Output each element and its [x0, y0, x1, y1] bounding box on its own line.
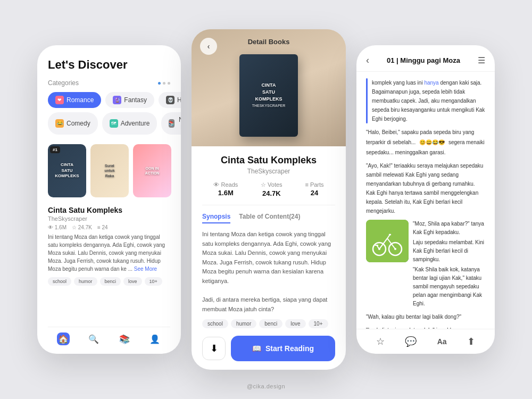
phone-detail: ‹ Detail Books CINTASATUKOMPLEKSTHESKYSC… [192, 29, 346, 370]
tag-love: love [123, 277, 142, 286]
category-row-2: 😂 Comedy 🗺 Adventure 📚 Non-Fi... [48, 112, 170, 135]
paragraph-1: komplek yang luas ini hanya dengan kaki … [372, 78, 485, 123]
stat-parts: ≡ Parts 24 [305, 181, 323, 197]
category-fantasy[interactable]: 🔮 Fantasy [105, 92, 154, 108]
comment-icon[interactable]: 💬 [405, 336, 417, 347]
tab-toc[interactable]: Table of Content(24) [239, 213, 300, 223]
nav-profile[interactable]: 👤 [148, 332, 161, 345]
reading-content: komplek yang luas ini hanya dengan kaki … [356, 72, 495, 329]
detail-stats: 👁 Reads 1.6M ☆ Votes 24.7K ≡ Parts 24 [202, 181, 335, 205]
reads-icon: 👁 Reads [213, 181, 238, 188]
book-synopsis: Ini tentang Moza dan ketiga cowok yang t… [202, 230, 335, 314]
fantasy-icon: 🔮 [113, 96, 121, 104]
book-author: TheSkyscraper [48, 215, 170, 222]
bottom-nav: 🏠 🔍 📚 👤 [48, 327, 170, 345]
book-hero: ‹ Detail Books CINTASATUKOMPLEKSTHESKYSC… [192, 29, 346, 146]
phone-reading: ‹ 01 | Minggu pagi Moza ☰ komplek yang l… [356, 45, 495, 354]
stat-reads: 👁 Reads 1.6M [213, 181, 238, 197]
dialogue-4: "Wah, kalau gitu bentar lagi balik dong?… [366, 312, 485, 321]
book-tags: school humor benci love 10+ [48, 277, 170, 286]
dialogue-1: "Moz, Shila apa kabar?" tanya Kak Eghi k… [413, 220, 485, 237]
categories-label: Categories [48, 79, 170, 87]
adventure-icon: 🗺 [110, 119, 118, 128]
detail-book-title: Cinta Satu Kompleks [202, 155, 335, 166]
chapter-title: 01 | Minggu pagi Moza [387, 56, 460, 64]
tag-school: school [48, 277, 71, 286]
tag-age: 10+ [145, 277, 162, 286]
detail-header-title: Detail Books [248, 38, 290, 46]
book-stats: 👁 1.6M ☆ 24.7K ≡ 24 [48, 225, 170, 230]
book-list: CINTASATUKOMPLEKS #1 SuratuntukRaka OON … [48, 144, 170, 197]
detail-tag-love: love [285, 319, 305, 328]
votes-value: 24.7K [261, 189, 282, 197]
watermark: @cika.design [247, 383, 285, 389]
book-open-icon: 📖 [252, 344, 261, 353]
votes-icon: ☆ Votes [261, 181, 282, 188]
reading-header: ‹ 01 | Minggu pagi Moza ☰ [356, 45, 495, 72]
bicycle-illustration [366, 220, 409, 262]
detail-content: Cinta Satu Kompleks TheSkyscraper 👁 Read… [192, 146, 346, 370]
book-card-2[interactable]: SuratuntukRaka [90, 144, 129, 197]
paragraph-3: "Ayo, Kak!" teriaakku seraya melajukan s… [366, 161, 485, 215]
hero-book-cover: CINTASATUKOMPLEKSTHESKYSCRAPER [239, 54, 298, 137]
book-title: Cinta Satu Kompleks [48, 206, 170, 214]
page-title: Let's Discover [48, 58, 170, 72]
comedy-label: Comedy [66, 120, 90, 127]
menu-icon[interactable]: ☰ [478, 55, 485, 65]
reads-value: 1.6M [213, 189, 238, 197]
book-cover-3: OON INACTION [133, 144, 171, 197]
start-reading-button[interactable]: 📖 Start Reading [231, 336, 335, 361]
reads-stat: 👁 1.6M [48, 225, 66, 230]
see-more-link[interactable]: See More [134, 266, 157, 272]
svg-rect-0 [366, 220, 409, 262]
votes-stat: ☆ 24.7K [72, 225, 92, 230]
stat-votes: ☆ Votes 24.7K [261, 181, 282, 197]
nav-search[interactable]: 🔍 [87, 332, 100, 345]
tag-benci: benci [100, 277, 121, 286]
font-settings-icon[interactable]: Aa [437, 337, 447, 346]
parts-stat: ≡ 24 [97, 225, 108, 230]
book-card-3[interactable]: OON INACTION [133, 144, 171, 197]
detail-tag-age: 10+ [309, 319, 328, 328]
back-button[interactable]: ‹ [200, 38, 217, 55]
share-icon[interactable]: ⬆ [467, 336, 475, 347]
category-horror[interactable]: 💀 Horror [159, 92, 181, 108]
accent-bar [366, 78, 368, 123]
paragraph-2: "Halo, Beibei," sapaku pada sepeda biru … [366, 128, 485, 157]
tab-synopsis[interactable]: Synopsis [202, 213, 230, 223]
story-image [366, 220, 409, 262]
category-romance[interactable]: ❤ Romance [48, 92, 101, 108]
reading-bottom-bar: ☆ 💬 Aa ⬆ [356, 329, 495, 354]
image-side-text: "Moz, Shila apa kabar?" tanya Kak Eghi k… [413, 220, 485, 308]
comedy-icon: 😂 [55, 119, 64, 128]
featured-book-info: Cinta Satu Kompleks TheSkyscraper 👁 1.6M… [48, 206, 170, 286]
reading-back-button[interactable]: ‹ [366, 55, 369, 66]
book-cover-2: SuratuntukRaka [90, 144, 129, 197]
book-description: Ini tentang Moza dan ketiga cowok yang t… [48, 233, 170, 273]
category-nonfiction[interactable]: 📚 Non-Fi... [161, 112, 181, 135]
nonfic-icon: 📚 [169, 119, 174, 128]
detail-tag-benci: benci [259, 319, 282, 328]
detail-actions: ⬇ 📖 Start Reading [202, 336, 335, 361]
nav-home[interactable]: 🏠 [57, 332, 70, 345]
bookmark-icon[interactable]: ☆ [376, 336, 385, 347]
detail-tag-school: school [202, 319, 228, 328]
highlighted-text: hanya [424, 80, 438, 86]
image-paragraph-row: "Moz, Shila apa kabar?" tanya Kak Eghi k… [366, 220, 485, 308]
tag-humor: humor [74, 277, 97, 286]
category-adventure[interactable]: 🗺 Adventure [102, 112, 157, 135]
category-row-1: ❤ Romance 🔮 Fantasy 💀 Horror [48, 92, 170, 108]
detail-tags: school humor benci love 10+ [202, 319, 335, 328]
save-button[interactable]: ⬇ [202, 337, 226, 360]
detail-tabs: Synopsis Table of Content(24) [202, 213, 335, 223]
dialogue-2: Laju sepedaku melambat. Kini Kak Eghi be… [413, 238, 485, 264]
detail-tag-humor: humor [231, 319, 256, 328]
horror-icon: 💀 [166, 96, 174, 104]
nav-library[interactable]: 📚 [118, 332, 131, 345]
parts-icon: ≡ Parts [305, 181, 323, 188]
dialogue-3: "Kak Shila baik kok, katanya bentar lagi… [413, 265, 485, 308]
category-comedy[interactable]: 😂 Comedy [48, 112, 98, 135]
book-card-1[interactable]: CINTASATUKOMPLEKS #1 [48, 144, 86, 197]
romance-icon: ❤ [55, 96, 64, 104]
rank-badge: #1 [50, 146, 60, 153]
